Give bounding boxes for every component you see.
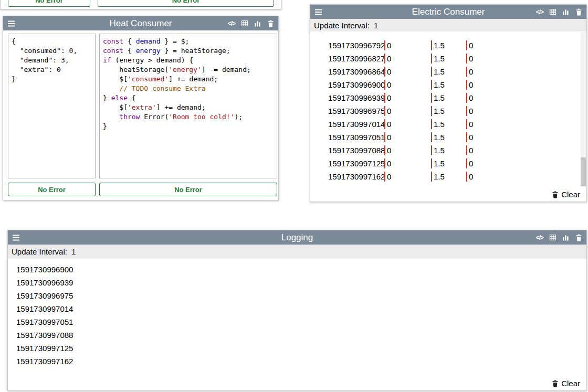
log-row: 1591730997125 — [16, 342, 579, 355]
chart-icon[interactable] — [562, 8, 570, 15]
log-row: 1591730997051 — [16, 315, 579, 329]
code-line: const { energy } = heatStorage; — [103, 46, 274, 56]
log-row: 1591730996900 — [16, 263, 579, 276]
update-interval-label: Update Interval: — [314, 21, 370, 30]
data-rows: 159173099679201.50159173099682701.501591… — [310, 39, 579, 183]
update-interval-row: Update Interval: 1 — [8, 245, 586, 259]
table-row: 159173099716201.50 — [328, 170, 579, 183]
heat-consumer-panel: Heat Consumer </> { "consumed": 0, "dema… — [3, 16, 279, 200]
menu-icon[interactable] — [12, 235, 20, 241]
log-row: 1591730996939 — [16, 276, 579, 289]
json-line: "consumed": 0, — [12, 46, 92, 56]
chart-icon[interactable] — [562, 234, 570, 241]
update-interval-label: Update Interval: — [12, 247, 67, 256]
clear-label: Clear — [561, 190, 580, 199]
scrollbar[interactable] — [581, 32, 586, 186]
panel-header[interactable]: Electric Consumer </> — [310, 5, 586, 19]
log-row: 1591730997162 — [16, 355, 579, 368]
log-row: 1591730996975 — [16, 289, 579, 302]
clear-button[interactable]: Clear — [552, 190, 580, 199]
code-line: $['consumed'] += demand; — [103, 75, 274, 84]
trash-icon[interactable] — [575, 8, 582, 16]
code-line: if (energy > demand) { — [103, 56, 274, 65]
json-line: { — [12, 37, 92, 46]
panel-header[interactable]: Logging </> — [8, 230, 586, 245]
log-row: 1591730997014 — [16, 302, 579, 315]
table-row: 159173099705101.50 — [328, 131, 579, 144]
table-row: 159173099686401.50 — [328, 65, 579, 78]
table-row: 159173099708801.50 — [328, 144, 579, 157]
update-interval-input[interactable]: 1 — [374, 21, 390, 30]
clear-button[interactable]: Clear — [552, 379, 580, 388]
log-rows: 1591730996900159173099693915917309969751… — [8, 263, 579, 368]
code-line: const { demand } = $; — [103, 37, 274, 46]
trash-icon[interactable] — [267, 20, 274, 27]
status-button[interactable]: No Error — [8, 183, 96, 196]
state-json-editor[interactable]: { "consumed": 0, "demand": 3, "extra": 0… — [8, 34, 96, 178]
code-icon[interactable]: </> — [228, 20, 235, 27]
table-row: 159173099712501.50 — [328, 157, 579, 170]
table-row: 159173099693901.50 — [328, 91, 579, 104]
panel-header[interactable]: Heat Consumer </> — [3, 16, 278, 30]
electric-consumer-panel: Electric Consumer </> Update Interval: 1… — [310, 4, 587, 202]
panel-title: Logging — [8, 232, 586, 243]
status-button[interactable]: No Error — [99, 183, 277, 196]
table-row: 159173099701401.50 — [328, 118, 579, 131]
json-line: } — [12, 75, 92, 84]
log-row: 1591730997088 — [16, 329, 579, 342]
scrollbar-thumb[interactable] — [581, 157, 586, 186]
menu-icon[interactable] — [314, 9, 322, 15]
clear-label: Clear — [561, 379, 580, 388]
table-row: 159173099682701.50 — [328, 52, 579, 65]
trash-icon[interactable] — [575, 234, 582, 241]
status-button[interactable]: No Error — [8, 0, 90, 7]
table-icon[interactable] — [549, 8, 556, 15]
code-icon[interactable]: </> — [536, 234, 543, 241]
code-line: } — [103, 122, 274, 131]
json-line: "demand": 3, — [12, 56, 92, 65]
table-icon[interactable] — [549, 234, 556, 241]
menu-icon[interactable] — [7, 20, 15, 27]
code-line: // TODO consume Extra — [103, 84, 274, 93]
code-editor[interactable]: const { demand } = $;const { energy } = … — [99, 34, 277, 178]
code-icon[interactable]: </> — [536, 8, 543, 16]
offscreen-panel: No Error No Error — [0, 0, 281, 9]
code-line: } else { — [103, 93, 274, 103]
workspace: No Error No Error Heat Consumer </> — [0, 0, 588, 392]
table-row: 159173099690001.50 — [328, 78, 579, 91]
table-icon[interactable] — [241, 20, 248, 27]
chart-icon[interactable] — [254, 20, 261, 27]
code-line: throw Error('Room too cold!'); — [103, 112, 274, 122]
table-row: 159173099697501.50 — [328, 104, 579, 118]
table-row: 159173099679201.50 — [328, 39, 579, 52]
update-interval-input[interactable]: 1 — [71, 247, 87, 256]
logging-panel: Logging </> Update Interval: 1 159173099… — [7, 230, 587, 391]
json-line: "extra": 0 — [12, 65, 92, 75]
status-button[interactable]: No Error — [98, 0, 274, 7]
code-line: $['extra'] += demand; — [103, 103, 274, 112]
code-line: heatStorage['energy'] -= demand; — [103, 65, 274, 75]
trash-icon — [552, 380, 559, 387]
trash-icon — [552, 191, 559, 198]
update-interval-row: Update Interval: 1 — [310, 19, 586, 31]
